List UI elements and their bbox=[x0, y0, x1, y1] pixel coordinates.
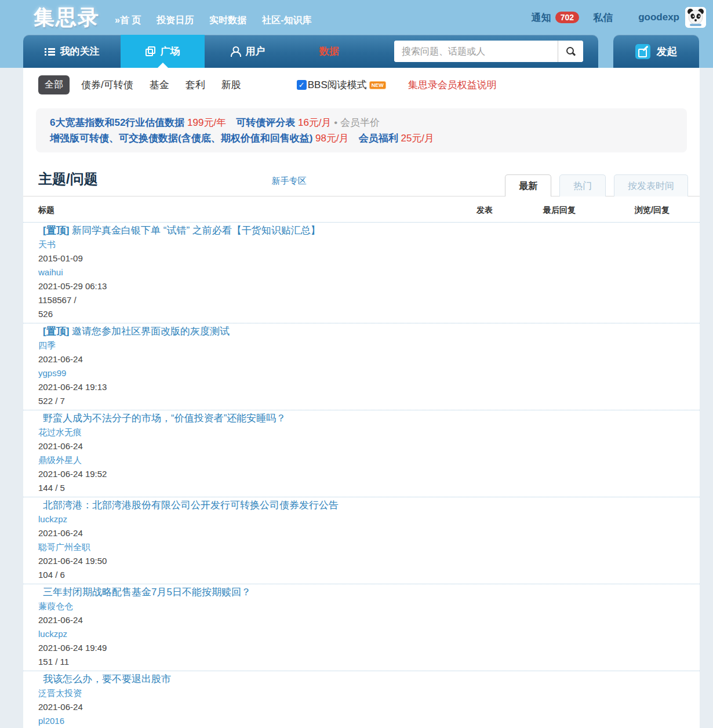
topic-title-link[interactable]: 我该怎么办，要不要退出股市 bbox=[38, 672, 685, 686]
pinned-badge: [置顶] bbox=[43, 225, 72, 236]
page: 集思录 »首 页投资日历实时数据社区-知识库 通知 702 私信 goodexp bbox=[0, 0, 713, 728]
topic-views-replies: 104 / 6 bbox=[38, 568, 685, 582]
table-header: 标题发表最后回复浏览/回复 bbox=[23, 196, 700, 223]
topic-row: 三年封闭期战略配售基金7月5日不能按期赎回？蒹葭仓仓2021-06-24luck… bbox=[23, 584, 700, 671]
top-nav-link[interactable]: »首 页 bbox=[115, 14, 141, 27]
topic-author-link[interactable]: 蒹葭仓仓 bbox=[38, 599, 685, 613]
topic-author-link[interactable]: 花过水无痕 bbox=[38, 425, 685, 439]
topic-date: 2021-06-24 bbox=[38, 352, 685, 366]
content-panel: 全部债券/可转债基金套利新股 BBS阅读模式 NEW 集思录会员权益说明 6大宽… bbox=[23, 68, 700, 728]
main-nav: 我的关注广场用户数据 bbox=[23, 35, 598, 68]
filter-chip[interactable]: 债券/可转债 bbox=[81, 78, 133, 92]
bbs-mode-toggle[interactable]: BBS阅读模式 NEW bbox=[297, 78, 386, 92]
search-box bbox=[394, 41, 583, 62]
avatar[interactable] bbox=[685, 7, 706, 28]
topic-author-link[interactable]: 天书 bbox=[38, 238, 685, 252]
column-header: 发表 bbox=[476, 205, 543, 216]
sort-tab[interactable]: 按发表时间 bbox=[614, 174, 688, 196]
grid-icon bbox=[145, 46, 155, 56]
page-title: 主题/问题 bbox=[38, 170, 98, 196]
topic-last-replier-link[interactable]: 鼎级外星人 bbox=[38, 453, 685, 467]
site-logo[interactable]: 集思录 bbox=[34, 3, 100, 32]
topic-date: 2021-06-24 bbox=[38, 700, 685, 714]
list-icon bbox=[45, 48, 55, 56]
filter-chip[interactable]: 全部 bbox=[38, 75, 70, 94]
promo-box[interactable]: 6大宽基指数和52行业估值数据 199元/年 可转债评分表 16元/月 • 会员… bbox=[36, 108, 687, 152]
search-input[interactable] bbox=[394, 41, 558, 62]
topic-row: [置顶] 新同学真金白银下单 “试错” 之前必看【干货知识贴汇总】天书2015-… bbox=[23, 223, 700, 323]
topic-date: 2021-06-24 bbox=[38, 439, 685, 453]
topic-author-link[interactable]: luckzpz bbox=[38, 512, 685, 526]
topic-views-replies: 144 / 5 bbox=[38, 481, 685, 495]
notification-count-badge[interactable]: 702 bbox=[555, 12, 579, 23]
nav-tab-label: 广场 bbox=[161, 45, 180, 58]
sort-tab[interactable]: 最新 bbox=[505, 174, 551, 196]
column-header: 标题 bbox=[38, 205, 476, 216]
top-nav-link[interactable]: 实时数据 bbox=[209, 14, 246, 27]
topic-list: [置顶] 新同学真金白银下单 “试错” 之前必看【干货知识贴汇总】天书2015-… bbox=[23, 223, 700, 728]
create-panel: 发起 bbox=[613, 35, 699, 68]
topic-replies: 526 bbox=[38, 307, 685, 321]
filter-chip[interactable]: 套利 bbox=[185, 78, 205, 92]
topbar-right: 通知 702 私信 goodexp bbox=[532, 7, 706, 28]
topic-views-replies: 151 / 11 bbox=[38, 655, 685, 669]
nav-tab-label: 数据 bbox=[319, 45, 339, 58]
person-icon bbox=[231, 46, 241, 57]
topic-last-replier-link[interactable]: pl2016 bbox=[38, 714, 685, 728]
notifications-link[interactable]: 通知 bbox=[532, 11, 551, 24]
topic-author-link[interactable]: 泛晋太投资 bbox=[38, 686, 685, 700]
topic-title-link[interactable]: 三年封闭期战略配售基金7月5日不能按期赎回？ bbox=[38, 585, 685, 599]
topic-last-replier-link[interactable]: 聪哥广州全职 bbox=[38, 540, 685, 554]
promo-line-1: 6大宽基指数和52行业估值数据 199元/年 可转债评分表 16元/月 • 会员… bbox=[50, 115, 673, 130]
topic-last-reply-time: 2021-06-24 19:52 bbox=[38, 467, 685, 481]
search-button[interactable] bbox=[558, 41, 583, 62]
sort-tab[interactable]: 热门 bbox=[559, 174, 606, 196]
topic-last-replier-link[interactable]: waihui bbox=[38, 265, 685, 279]
topic-views: 1158567 / bbox=[38, 293, 685, 307]
promo-segment: 增强版可转债、可交换债数据(含债底、期权价值和回售收益) bbox=[50, 133, 315, 144]
messages-link[interactable]: 私信 bbox=[593, 11, 613, 24]
promo-segment: 16元/月 bbox=[298, 117, 332, 128]
edit-icon bbox=[635, 44, 650, 59]
nav-tab[interactable]: 广场 bbox=[121, 35, 205, 68]
filter-chip[interactable]: 新股 bbox=[221, 78, 241, 92]
pinned-badge: [置顶] bbox=[43, 326, 72, 337]
topic-last-reply-time: 2021-05-29 06:13 bbox=[38, 279, 685, 293]
promo-segment: 98元/月 bbox=[315, 133, 349, 144]
section-head: 主题/问题 新手专区 最新热门按发表时间 bbox=[23, 170, 700, 196]
nav-tab-label: 用户 bbox=[246, 45, 265, 58]
topic-last-reply-time: 2021-06-24 19:13 bbox=[38, 380, 685, 394]
filter-chip[interactable]: 基金 bbox=[150, 78, 169, 92]
new-badge: NEW bbox=[369, 81, 386, 89]
topic-date: 2021-06-24 bbox=[38, 526, 685, 540]
newbie-zone-link[interactable]: 新手专区 bbox=[272, 176, 307, 196]
top-nav-link[interactable]: 社区-知识库 bbox=[262, 14, 311, 27]
promo-segment: 可转债评分表 bbox=[226, 117, 298, 128]
topic-title-link[interactable]: 北部湾港：北部湾港股份有限公司公开发行可转换公司债券发行公告 bbox=[38, 498, 685, 512]
promo-segment: 会员福利 bbox=[349, 133, 401, 144]
topic-row: 北部湾港：北部湾港股份有限公司公开发行可转换公司债券发行公告luckzpz202… bbox=[23, 497, 700, 584]
topic-views-replies: 522 / 7 bbox=[38, 394, 685, 408]
topic-last-replier-link[interactable]: ygps99 bbox=[38, 366, 685, 380]
topic-date: 2021-06-24 bbox=[38, 613, 685, 627]
topic-author-link[interactable]: 四季 bbox=[38, 338, 685, 352]
topic-title-link[interactable]: 野蛮人成为不法分子的市场，“价值投资者”还能安睡吗？ bbox=[38, 412, 685, 425]
top-nav-link[interactable]: 投资日历 bbox=[157, 14, 194, 27]
member-benefits-link[interactable]: 集思录会员权益说明 bbox=[408, 78, 497, 92]
promo-segment: • 会员半价 bbox=[332, 117, 380, 128]
topic-title-link[interactable]: [置顶] 新同学真金白银下单 “试错” 之前必看【干货知识贴汇总】 bbox=[38, 224, 685, 238]
username-link[interactable]: goodexp bbox=[638, 12, 679, 23]
topic-title-link[interactable]: [置顶] 邀请您参加社区界面改版的灰度测试 bbox=[38, 325, 685, 338]
topic-last-reply-time: 2021-06-24 19:49 bbox=[38, 641, 685, 655]
nav-tab[interactable]: 我的关注 bbox=[23, 35, 121, 68]
column-header: 浏览/回复 bbox=[635, 205, 685, 216]
nav-tab[interactable]: 用户 bbox=[205, 35, 292, 68]
search-icon bbox=[566, 46, 576, 56]
bbs-checkbox[interactable] bbox=[297, 80, 307, 90]
nav-tabs: 我的关注广场用户数据 bbox=[23, 35, 361, 68]
panda-avatar-image bbox=[685, 7, 706, 28]
nav-tab[interactable]: 数据 bbox=[297, 35, 361, 68]
topic-last-replier-link[interactable]: luckzpz bbox=[38, 627, 685, 641]
nav-tab-label: 我的关注 bbox=[60, 45, 100, 58]
create-post-button[interactable]: 发起 bbox=[635, 44, 678, 59]
